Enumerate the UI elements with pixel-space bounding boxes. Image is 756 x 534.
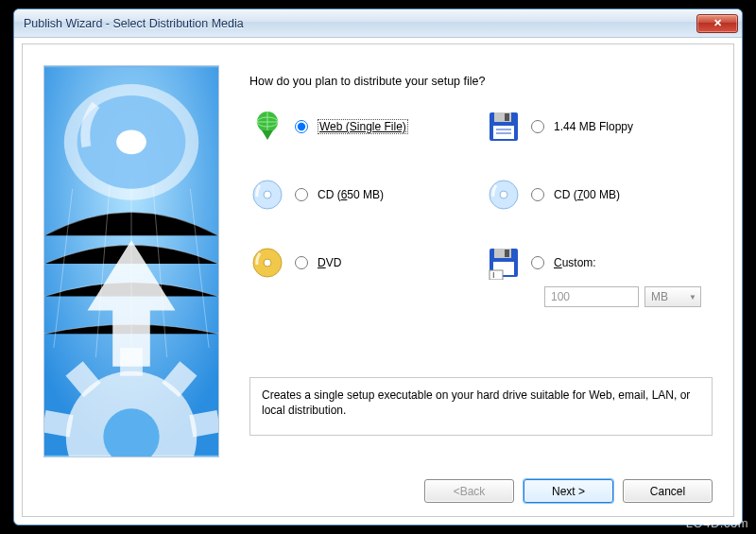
cancel-button[interactable]: Cancel [623, 479, 713, 503]
description-box: Creates a single setup executable on you… [249, 377, 713, 436]
label-dvd[interactable]: DVD [318, 255, 341, 270]
option-custom: I Custom: MB ▼ [486, 243, 722, 307]
web-download-icon [249, 109, 285, 145]
radio-floppy[interactable] [531, 120, 544, 133]
option-dvd: DVD [249, 243, 486, 283]
prompt-text: How do you plan to distribute your setup… [249, 75, 713, 88]
option-cd700: CD (700 MB) [486, 175, 722, 215]
label-floppy[interactable]: 1.44 MB Floppy [554, 119, 633, 134]
radio-dvd[interactable] [295, 256, 308, 269]
custom-size-input[interactable] [544, 286, 639, 307]
floppy-icon [486, 109, 522, 145]
cd-icon [249, 177, 285, 213]
floppy-custom-icon: I [486, 245, 522, 281]
wizard-graphic-icon [44, 66, 218, 456]
option-cd650: CD (650 MB) [249, 175, 486, 215]
next-button[interactable]: Next > [524, 479, 613, 503]
svg-rect-27 [505, 250, 509, 257]
content-area: How do you plan to distribute your setup… [249, 75, 713, 307]
cd-icon [486, 177, 522, 213]
svg-rect-16 [493, 126, 514, 139]
svg-text:I: I [492, 270, 495, 280]
dialog-body: How do you plan to distribute your setup… [22, 43, 734, 517]
label-cd700[interactable]: CD (700 MB) [554, 187, 620, 202]
label-custom[interactable]: Custom: [554, 255, 596, 270]
svg-point-20 [264, 191, 271, 198]
close-button[interactable]: ✕ [696, 14, 738, 33]
option-floppy: 1.44 MB Floppy [486, 107, 722, 146]
label-web[interactable]: Web (Single File) [318, 119, 408, 134]
svg-point-24 [264, 259, 271, 267]
back-button[interactable]: < Back [424, 479, 514, 503]
wizard-buttons: < Back Next > Cancel [424, 479, 713, 503]
dialog-window: Publish Wizard - Select Distribution Med… [13, 9, 743, 525]
dropdown-icon: ▼ [689, 293, 696, 301]
watermark: LO4D.com [686, 516, 748, 530]
close-icon: ✕ [713, 17, 722, 29]
radio-cd650[interactable] [295, 188, 308, 201]
dvd-icon [249, 245, 285, 281]
svg-point-3 [116, 130, 146, 155]
radio-custom[interactable] [531, 256, 544, 269]
svg-rect-6 [120, 348, 143, 376]
titlebar: Publish Wizard - Select Distribution Med… [14, 9, 742, 38]
wizard-illustration [43, 65, 219, 457]
window-title: Publish Wizard - Select Distribution Med… [24, 17, 244, 30]
custom-unit-select[interactable]: MB ▼ [644, 286, 701, 307]
distribution-options: Web (Single File) 1.44 MB Floppy [249, 107, 713, 307]
label-cd650[interactable]: CD (650 MB) [318, 187, 384, 202]
svg-rect-15 [505, 113, 509, 121]
radio-web[interactable] [295, 120, 308, 133]
radio-cd700[interactable] [531, 188, 544, 201]
custom-unit-value: MB [651, 290, 668, 303]
svg-point-22 [500, 191, 507, 198]
option-web: Web (Single File) [249, 107, 486, 146]
